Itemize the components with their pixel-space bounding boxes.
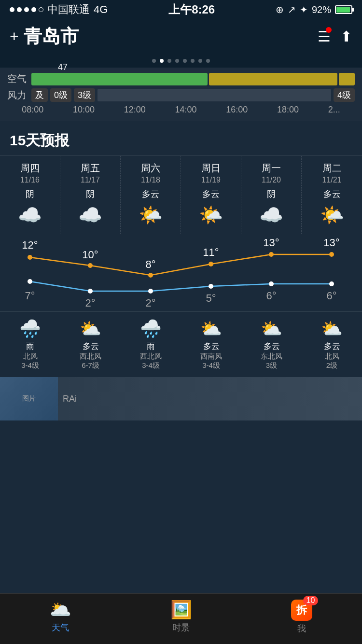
nav-item-moments[interactable]: 🖼️ 时景 — [170, 600, 192, 634]
ad-image: 图片 — [22, 394, 36, 403]
page-dot-5[interactable] — [191, 59, 195, 63]
low-temp-0: 7° — [25, 290, 35, 302]
night-level-3: 3-4级 — [182, 361, 240, 370]
nav-item-me[interactable]: 拆 10 我 — [291, 600, 312, 634]
header: + 青岛市 ☰ ⬆ — [0, 19, 362, 56]
night-forecast-grid: 🌧️ 雨 北风 3-4级 ⛅ 多云 西北风 6-7级 🌧️ 雨 西北风 3-4级… — [0, 311, 362, 377]
add-city-button[interactable]: + — [10, 28, 19, 45]
battery-icon — [335, 5, 352, 14]
me-notification-badge: 10 — [303, 596, 319, 605]
nav-label-me: 我 — [297, 623, 306, 634]
night-col-5: ⛅ 多云 北风 2级 — [302, 317, 362, 372]
weather-icon-4: ☁️ — [243, 204, 299, 226]
high-dot-5 — [329, 252, 334, 257]
night-cond-3: 多云 — [182, 341, 240, 352]
time-display: 上午8:26 — [168, 2, 215, 17]
night-level-4: 3级 — [242, 361, 301, 370]
temp-svg: 12° 10° 8° 11° 13° 13° 7° 2° 2° 5° 6° 6° — [0, 234, 362, 311]
high-temp-5: 13° — [323, 237, 339, 249]
low-temp-1: 2° — [85, 297, 95, 309]
list-icon[interactable]: ☰ — [318, 28, 331, 45]
forecast-col-0: 周四 11/16 阴 ☁️ — [0, 156, 60, 234]
high-dot-4 — [269, 252, 274, 257]
ad-banner[interactable]: 图片 RAi — [0, 377, 362, 420]
forecast-day-3: 周日 — [183, 162, 239, 175]
high-dot-0 — [28, 255, 32, 260]
header-right: ☰ ⬆ — [318, 28, 352, 45]
low-dot-3 — [209, 284, 213, 289]
page-dot-4[interactable] — [183, 59, 187, 63]
low-dot-4 — [269, 281, 274, 286]
weather-icon-1: ☁️ — [62, 204, 118, 226]
time-1400: 14:00 — [175, 105, 196, 115]
forecast-col-4: 周一 11/20 阴 ☁️ — [241, 156, 302, 234]
high-dot-3 — [209, 262, 213, 266]
wind-badge-ji: 及 — [31, 88, 48, 102]
battery-fill — [336, 7, 350, 13]
forecast-day-5: 周二 — [304, 162, 360, 175]
night-wind-5: 北风 — [303, 352, 361, 361]
night-icon-2: 🌧️ — [122, 319, 180, 339]
low-dot-1 — [88, 289, 93, 294]
page-dot-2[interactable] — [167, 59, 171, 63]
high-temp-4: 13° — [263, 237, 279, 249]
time-1000: 10:00 — [73, 105, 95, 115]
night-cond-4: 多云 — [242, 341, 301, 352]
night-level-0: 3-4级 — [1, 361, 59, 370]
weather-icon-3: 🌤️ — [183, 204, 239, 226]
page-dot-0[interactable] — [152, 59, 156, 63]
page-dot-6[interactable] — [198, 59, 202, 63]
network-label: 4G — [94, 3, 108, 16]
forecast-cond-3: 多云 — [183, 188, 239, 200]
high-temp-3: 11° — [203, 246, 219, 258]
page-dot-7[interactable] — [206, 59, 210, 63]
night-wind-4: 东北风 — [242, 352, 301, 361]
forecast-header: 15天预报 — [0, 121, 362, 155]
carrier-label: 中国联通 — [47, 2, 90, 17]
share-button[interactable]: ⬆ — [340, 28, 352, 45]
share-icon: ⬆ — [340, 28, 352, 44]
forecast-cond-4: 阴 — [243, 188, 299, 200]
notification-dot — [326, 27, 332, 33]
high-dot-1 — [88, 263, 93, 268]
night-cond-2: 雨 — [122, 341, 180, 352]
time-1200: 12:00 — [124, 105, 146, 115]
forecast-cond-1: 阴 — [62, 188, 118, 200]
nav-item-weather[interactable]: 🌥️ 天气 — [50, 600, 71, 634]
night-wind-1: 西北风 — [61, 352, 120, 361]
wind-badge-3: 3级 — [74, 88, 95, 102]
night-icon-1: ⛅ — [61, 319, 120, 339]
page-dot-1[interactable] — [160, 59, 164, 63]
page-dot-3[interactable] — [175, 59, 179, 63]
night-col-1: ⛅ 多云 西北风 6-7级 — [60, 317, 121, 372]
low-temp-4: 6° — [266, 290, 276, 302]
forecast-day-1: 周五 — [62, 162, 118, 175]
low-temp-5: 6° — [326, 290, 336, 302]
night-wind-3: 西南风 — [182, 352, 240, 361]
wind-label: 风力 — [7, 89, 31, 102]
moments-icon: 🖼️ — [170, 600, 192, 619]
forecast-cond-2: 多云 — [123, 188, 179, 200]
night-level-5: 2级 — [303, 361, 361, 370]
city-name: 青岛市 — [24, 24, 79, 49]
high-dot-2 — [148, 273, 153, 278]
arrow-icon: ↗ — [288, 4, 296, 15]
low-temp-line — [30, 281, 332, 291]
night-col-4: ⛅ 多云 东北风 3级 — [241, 317, 302, 372]
status-left: 中国联通 4G — [10, 2, 108, 17]
forecast-cond-5: 多云 — [304, 188, 360, 200]
night-icon-5: ⛅ — [303, 319, 361, 339]
forecast-day-0: 周四 — [2, 162, 58, 175]
time-0800: 08:00 — [22, 105, 43, 115]
forecast-grid-day: 周四 11/16 阴 ☁️ 周五 11/17 阴 ☁️ 周六 11/18 多云 … — [0, 155, 362, 234]
nav-label-moments: 时景 — [172, 622, 190, 633]
night-cond-5: 多云 — [303, 341, 361, 352]
night-cond-1: 多云 — [61, 341, 120, 352]
high-temp-line — [30, 254, 332, 275]
forecast-date-2: 11/18 — [123, 176, 179, 184]
weather-icon: 🌥️ — [50, 600, 71, 619]
wind-badge-4: 4级 — [334, 88, 355, 102]
night-icon-3: ⛅ — [182, 319, 240, 339]
forecast-date-1: 11/17 — [62, 176, 118, 184]
forecast-date-0: 11/16 — [2, 176, 58, 184]
